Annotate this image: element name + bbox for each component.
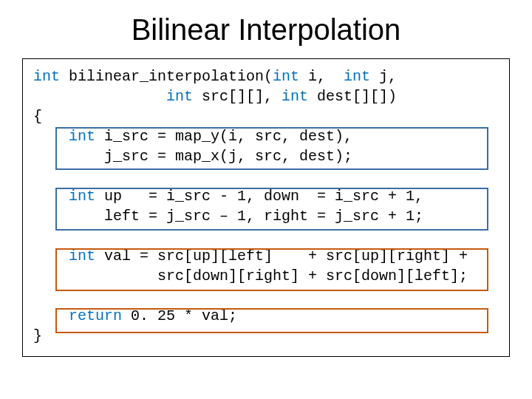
code-line-blk2b: left = j_src – 1, right = j_src + 1; [33,206,499,226]
slide: Bilinear Interpolation int bilinear_inte… [0,0,532,399]
code-line-blk1b: j_src = map_x(j, src, dest); [33,146,499,166]
code-container: int bilinear_interpolation(int i, int j,… [22,58,510,357]
code-line-sig1: int bilinear_interpolation(int i, int j, [33,66,499,86]
code-line-blk3b: src[down][right] + src[down][left]; [33,266,499,286]
code-line-brace-open: { [33,106,499,126]
code-line-ret: return 0. 25 * val; [33,306,499,326]
code-line-blk1a: int i_src = map_y(i, src, dest), [33,126,499,146]
code-line-brace-close: } [33,326,499,346]
slide-title: Bilinear Interpolation [22,13,510,47]
code-line-blank1 [33,166,499,186]
code-line-blank2 [33,226,499,246]
code-line-blank3 [33,286,499,306]
code-line-sig2: int src[][], int dest[][]) [33,86,499,106]
code-line-blk3a: int val = src[up][left] + src[up][right]… [33,246,499,266]
code-line-blk2a: int up = i_src - 1, down = i_src + 1, [33,186,499,206]
